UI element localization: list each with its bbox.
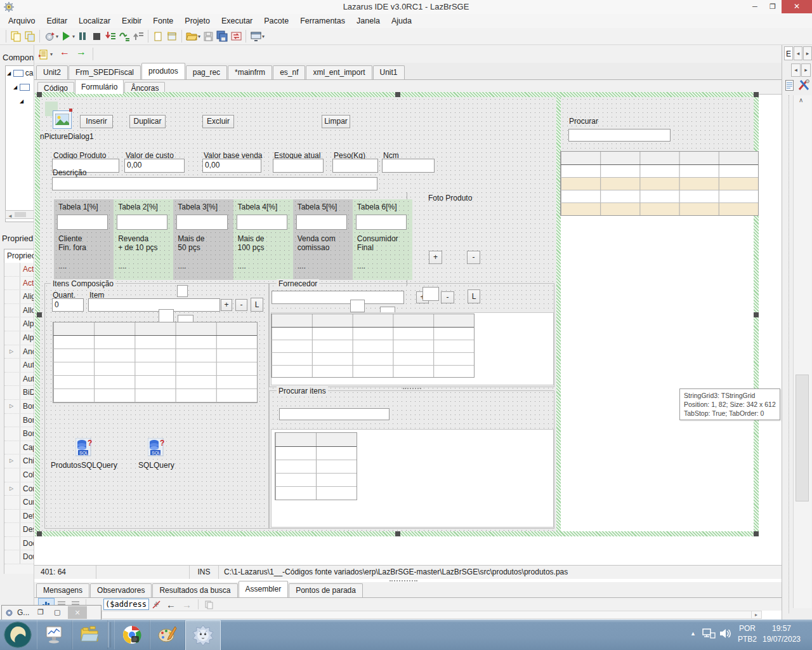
editor-tab[interactable]: Unit2	[36, 65, 68, 79]
menu-item[interactable]: Editar	[41, 14, 73, 28]
tree-expand-icon[interactable]: ◢	[13, 84, 17, 90]
bottom-tab[interactable]: Assembler	[239, 581, 289, 597]
pause-icon[interactable]	[75, 29, 89, 43]
foto-zoom-out-button[interactable]: -	[467, 251, 480, 264]
tabela-panel[interactable]: Tabela 6[%] Consumidor Final ....	[353, 199, 412, 280]
property-grid[interactable]: ▷Acti▷Acti▷Alig▷Allo▷Alpl▷Alpl▷Anc▷Aut▷A…	[4, 263, 34, 574]
network-icon[interactable]	[702, 627, 716, 640]
view-units-icon[interactable]	[9, 29, 23, 43]
splitter-grip[interactable]	[403, 388, 421, 389]
scroll-right-icon[interactable]: ▸	[751, 611, 761, 618]
property-row[interactable]: ▷Cur	[4, 496, 34, 510]
page-prev-icon[interactable]: ◂	[791, 63, 801, 77]
resize-handle[interactable]	[754, 531, 759, 536]
resize-handle[interactable]	[37, 531, 42, 536]
scroll-left-icon[interactable]: ◄	[6, 213, 13, 220]
splitter-grip[interactable]	[390, 580, 417, 581]
item-remove-button[interactable]: -	[235, 299, 247, 311]
property-row[interactable]: ▷Aut	[4, 359, 34, 373]
new-unit-icon[interactable]	[151, 29, 165, 43]
menu-item[interactable]: Arquivo	[3, 14, 41, 28]
menu-item[interactable]: Janela	[351, 14, 386, 28]
property-row[interactable]: ▷Anc	[4, 345, 34, 359]
menu-item[interactable]: Projeto	[179, 14, 216, 28]
tree-item[interactable]: ◢	[6, 94, 34, 108]
step-into-icon[interactable]	[103, 29, 117, 43]
restore-button[interactable]: ❐	[764, 0, 782, 13]
fornecedor-edit[interactable]	[272, 291, 404, 304]
procurar-itens-edit[interactable]	[279, 408, 390, 420]
scroll-thumb[interactable]	[796, 375, 809, 501]
document-icon[interactable]	[785, 80, 794, 91]
taskbar-chrome[interactable]	[114, 620, 150, 649]
menu-item[interactable]: Exibir	[116, 14, 147, 28]
property-row[interactable]: ▷Bor	[4, 427, 34, 441]
menu-item[interactable]: Localizar	[73, 14, 116, 28]
tree-item[interactable]: ◢ ca	[6, 66, 34, 80]
property-row[interactable]: ▷Alig	[4, 290, 34, 304]
tree-expand-icon[interactable]: ◢	[20, 98, 23, 104]
produtos-sqlquery-icon[interactable]: ?SQL	[75, 438, 93, 457]
item-edit[interactable]	[88, 298, 220, 312]
tabela-panel[interactable]: Tabela 2[%] Revenda + de 10 pçs ....	[114, 199, 173, 280]
form-action-button[interactable]: Inserir	[80, 115, 113, 128]
tray-expand-icon[interactable]: ▲	[690, 628, 696, 639]
form-action-button[interactable]: Excluir	[202, 115, 234, 128]
start-button[interactable]	[4, 621, 32, 648]
tabela-panel[interactable]: Tabela 4[%] Mais de 100 pçs ....	[233, 199, 293, 280]
load-picture-button[interactable]	[53, 110, 72, 129]
menu-item[interactable]: Pacote	[258, 14, 294, 28]
expand-arrow-icon[interactable]: ▷	[10, 348, 13, 354]
property-row[interactable]: ▷Con	[4, 482, 34, 496]
item-locate-button[interactable]: L	[251, 298, 263, 312]
produtos-sqlquery-label[interactable]: ProdutosSQLQuery	[51, 461, 116, 470]
tabela-edit[interactable]	[237, 215, 287, 230]
itens-grid[interactable]	[53, 322, 258, 403]
bottom-tab[interactable]: Observadores	[90, 583, 152, 597]
expand-arrow-icon[interactable]: ▷	[10, 403, 13, 409]
property-row[interactable]: ▷Bor	[4, 414, 34, 428]
jump-history-dropdown-icon[interactable]: ▾	[50, 51, 53, 57]
jump-history-icon[interactable]	[37, 48, 51, 62]
close-icon[interactable]: ✕	[68, 606, 87, 619]
dock-splitter[interactable]	[789, 95, 789, 613]
components-tree[interactable]: ◢ ca ◢ ◢	[5, 65, 34, 222]
run-icon[interactable]	[59, 29, 73, 43]
property-row[interactable]: ▷Acti	[4, 277, 34, 291]
editor-tab[interactable]: Frm_SPEDFiscal	[69, 65, 141, 79]
unnamed-edit[interactable]	[159, 309, 174, 322]
navigate-forward-icon[interactable]: →	[76, 46, 86, 58]
property-row[interactable]: ▷Chil	[4, 454, 34, 468]
form-action-button[interactable]: Limpar	[322, 115, 350, 128]
sqlquery-icon[interactable]: ?SQL	[148, 438, 166, 457]
property-row[interactable]: ▷Alpl	[4, 331, 34, 345]
history-forward-icon[interactable]: →	[182, 599, 192, 610]
property-row[interactable]: ▷Allo	[4, 304, 34, 318]
maximize-icon[interactable]: ▢	[54, 608, 60, 616]
minimize-button[interactable]: ─	[746, 0, 764, 13]
tabela-edit[interactable]	[356, 215, 407, 230]
save-icon[interactable]	[201, 29, 215, 43]
unnamed-edit[interactable]	[177, 285, 188, 297]
procurar-itens-grid[interactable]	[275, 432, 357, 500]
resize-handle[interactable]	[37, 92, 42, 97]
tabela-edit[interactable]	[117, 215, 167, 230]
resize-handle[interactable]	[395, 531, 400, 536]
editor-tab[interactable]: *mainfrm	[228, 65, 272, 79]
descricao-edit[interactable]	[52, 177, 377, 190]
tree-item[interactable]: ◢	[6, 80, 34, 94]
close-button[interactable]: ✕	[782, 0, 812, 13]
unnamed-edit[interactable]	[350, 300, 365, 312]
tabela-edit[interactable]	[176, 215, 227, 230]
picture-dialog-label[interactable]: nPictureDialog1	[40, 132, 94, 141]
step-over-icon[interactable]	[117, 29, 131, 43]
procurar-edit[interactable]	[568, 129, 671, 142]
toggle-form-unit-icon[interactable]	[229, 29, 243, 43]
tab-scroll-right-icon[interactable]: ▸	[803, 46, 812, 60]
tree-expand-icon[interactable]: ◢	[7, 70, 11, 76]
tabela-edit[interactable]	[57, 215, 108, 230]
step-out-icon[interactable]	[131, 29, 145, 43]
open-file-icon[interactable]	[185, 29, 199, 43]
tabela-panel[interactable]: Tabela 1[%] Cliente Fin. fora ....	[54, 199, 114, 280]
editor-tab[interactable]: xml_ent_import	[306, 65, 372, 79]
